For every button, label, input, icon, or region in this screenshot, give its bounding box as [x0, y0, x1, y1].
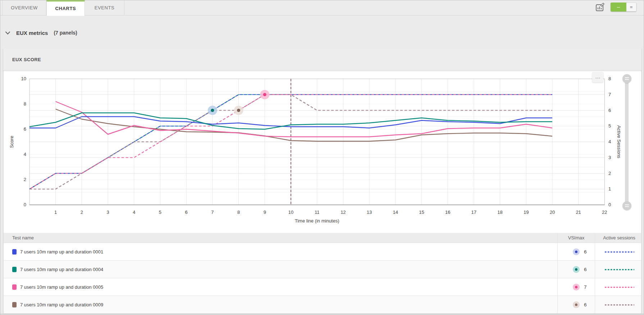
- table-row[interactable]: 7 users 10m ramp up and duration 00096: [4, 296, 641, 314]
- svg-text:2: 2: [24, 177, 26, 182]
- active-sessions-line-sample: [605, 251, 634, 253]
- column-header-test-name: Test name: [12, 233, 34, 243]
- split-view-button[interactable]: =: [626, 3, 636, 12]
- svg-text:7: 7: [608, 92, 611, 97]
- test-name: 7 users 10m ramp up and duration 0009: [20, 302, 103, 307]
- svg-text:13: 13: [367, 210, 372, 215]
- tab-overview[interactable]: OVERVIEW: [2, 0, 46, 15]
- svg-text:12: 12: [341, 210, 346, 215]
- legend-table-header: Test name VSImax Active sessions: [4, 233, 641, 243]
- vsimax-marker-icon: [573, 248, 580, 255]
- vsimax-value: 6: [584, 249, 587, 255]
- svg-text:6: 6: [24, 126, 26, 132]
- table-row[interactable]: 7 users 10m ramp up and duration 00016: [4, 243, 641, 261]
- panel-title: EUX SCORE: [12, 57, 41, 62]
- svg-text:8: 8: [237, 210, 240, 215]
- svg-text:1: 1: [608, 186, 611, 192]
- edit-chart-icon[interactable]: [595, 3, 605, 14]
- svg-text:5: 5: [608, 123, 611, 129]
- svg-text:4: 4: [24, 152, 26, 157]
- panel-header: EUX SCORE: [3, 48, 641, 71]
- section-header: EUX metrics (7 panels): [5, 28, 77, 37]
- svg-text:14: 14: [393, 210, 398, 215]
- series-color-chip: [12, 267, 17, 272]
- series-color-chip: [12, 284, 17, 290]
- tab-charts[interactable]: CHARTS: [46, 0, 85, 16]
- right-axis-title: Active Sessions: [616, 125, 622, 158]
- vsimax-marker-dot-2: [263, 93, 266, 96]
- svg-text:2: 2: [81, 210, 83, 215]
- svg-text:2: 2: [608, 171, 611, 176]
- vsimax-marker-icon: [573, 284, 580, 291]
- eux-score-chart[interactable]: 1234567891011121314151617181920212202468…: [0, 71, 644, 231]
- svg-text:8: 8: [24, 101, 26, 107]
- svg-text:10: 10: [21, 76, 26, 81]
- svg-text:11: 11: [315, 210, 320, 215]
- column-header-active-sessions: Active sessions: [595, 233, 644, 243]
- tab-bar: OVERVIEW CHARTS EVENTS – =: [0, 0, 644, 15]
- x-axis-title: Time line (in minutes): [295, 218, 339, 224]
- table-row[interactable]: 7 users 10m ramp up and duration 00046: [4, 261, 641, 278]
- svg-text:7: 7: [211, 210, 214, 215]
- column-divider: [595, 233, 595, 314]
- single-column-view-button[interactable]: –: [611, 3, 626, 12]
- svg-text:4: 4: [608, 139, 611, 144]
- chevron-down-icon[interactable]: [5, 31, 10, 35]
- svg-text:1: 1: [54, 210, 57, 215]
- svg-text:16: 16: [445, 210, 450, 215]
- legend-table-body: 7 users 10m ramp up and duration 000167 …: [4, 243, 641, 314]
- bottom-edge: [0, 314, 644, 315]
- test-name: 7 users 10m ramp up and duration 0004: [20, 267, 103, 272]
- test-name: 7 users 10m ramp up and duration 0001: [20, 249, 103, 255]
- svg-text:9: 9: [264, 210, 266, 215]
- active-sessions-line-sample: [605, 286, 634, 288]
- active-sessions-line-sample: [605, 304, 634, 306]
- sessions-slider-handle-bottom[interactable]: [622, 201, 631, 210]
- svg-text:3: 3: [106, 210, 109, 215]
- active-sessions-line-sample: [605, 269, 634, 271]
- svg-text:15: 15: [419, 210, 424, 215]
- vsimax-marker-dot-0: [211, 109, 214, 112]
- vsimax-marker-dot-1: [237, 109, 240, 112]
- column-header-vsimax: VSImax: [558, 233, 595, 243]
- column-divider: [557, 233, 558, 314]
- table-row[interactable]: 7 users 10m ramp up and duration 00057: [4, 278, 641, 296]
- svg-text:0: 0: [24, 202, 26, 207]
- score-line-2: [56, 102, 552, 137]
- section-panels-count: (7 panels): [54, 30, 77, 36]
- layout-toggle: – =: [611, 3, 636, 12]
- svg-text:3: 3: [608, 155, 611, 160]
- series-color-chip: [12, 302, 17, 307]
- sessions-slider-handle-top[interactable]: [622, 74, 631, 83]
- section-title: EUX metrics: [16, 30, 48, 36]
- vsimax-value: 6: [584, 302, 587, 307]
- svg-text:0: 0: [608, 202, 611, 207]
- svg-text:6: 6: [185, 210, 188, 215]
- left-axis-title: Score: [9, 136, 14, 148]
- vsimax-marker-icon: [573, 301, 580, 308]
- series-color-chip: [12, 249, 17, 255]
- test-name: 7 users 10m ramp up and duration 0005: [20, 284, 103, 290]
- chart-more-button[interactable]: …: [592, 72, 603, 82]
- svg-text:6: 6: [608, 108, 611, 113]
- page: OVERVIEW CHARTS EVENTS – = EUX metrics (…: [0, 0, 644, 315]
- svg-text:18: 18: [497, 210, 502, 215]
- svg-text:17: 17: [471, 210, 476, 215]
- svg-text:5: 5: [159, 210, 161, 215]
- svg-text:4: 4: [133, 210, 135, 215]
- svg-text:22: 22: [602, 210, 607, 215]
- svg-text:20: 20: [550, 210, 555, 215]
- svg-text:10: 10: [288, 210, 293, 215]
- svg-text:21: 21: [576, 210, 581, 215]
- tab-events[interactable]: EVENTS: [85, 0, 124, 15]
- vsimax-value: 7: [584, 284, 587, 290]
- vsimax-marker-icon: [573, 266, 580, 273]
- vsimax-value: 6: [584, 267, 587, 272]
- svg-text:8: 8: [608, 76, 611, 81]
- svg-text:19: 19: [524, 210, 529, 215]
- sessions-range-slider-track[interactable]: [625, 79, 629, 206]
